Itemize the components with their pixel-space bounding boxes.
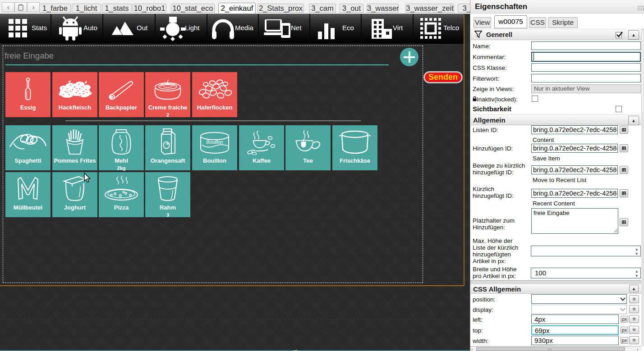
svg-text:Bouillon: Bouillon: [206, 139, 223, 145]
